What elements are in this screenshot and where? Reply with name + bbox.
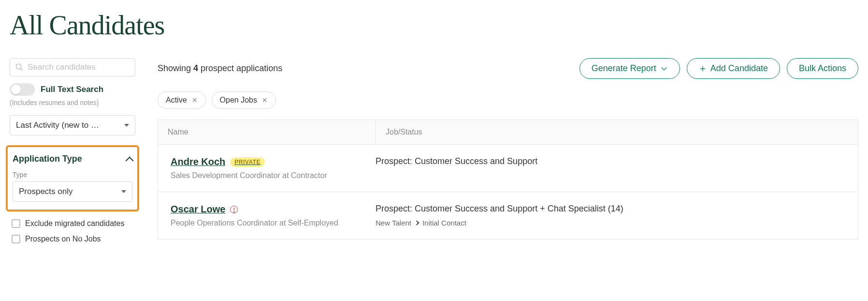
type-select-value: Prospects only: [19, 187, 73, 196]
application-type-header[interactable]: Application Type: [13, 154, 132, 164]
generate-report-label: Generate Report: [592, 63, 656, 74]
job-line: Prospect: Customer Success and Support +…: [376, 204, 848, 214]
table-header: Name Job/Status: [158, 120, 858, 145]
search-candidates-box[interactable]: [10, 58, 135, 76]
application-type-title: Application Type: [13, 154, 82, 164]
prospects-no-jobs-checkbox-row[interactable]: Prospects on No Jobs: [10, 235, 135, 243]
type-label: Type: [13, 171, 132, 179]
svg-point-0: [16, 64, 21, 69]
chevron-down-icon: [660, 65, 668, 73]
sort-select-value: Last Activity (new to …: [16, 120, 99, 130]
candidate-subtitle: People Operations Coordinator at Self-Em…: [171, 219, 363, 227]
showing-count: 4: [193, 63, 198, 73]
svg-line-1: [21, 69, 23, 71]
filter-chip-open-jobs[interactable]: Open Jobs ✕: [212, 91, 276, 109]
full-text-search-toggle[interactable]: [10, 83, 35, 96]
sidebar: Full Text Search (Includes resumes and n…: [10, 58, 135, 250]
private-badge: PRIVATE: [230, 157, 265, 167]
status-line: New Talent Initial Contact: [376, 219, 848, 227]
full-text-search-hint: (Includes resumes and notes): [10, 99, 135, 106]
table-row: Andre Koch PRIVATE Sales Development Coo…: [158, 145, 858, 192]
chip-label: Active: [166, 96, 187, 105]
plus-icon: [699, 65, 707, 73]
close-icon[interactable]: ✕: [192, 96, 198, 104]
prospects-no-jobs-label: Prospects on No Jobs: [25, 235, 101, 243]
bulk-actions-label: Bulk Actions: [799, 63, 846, 74]
candidate-name-link[interactable]: Andre Koch PRIVATE: [171, 156, 265, 167]
candidates-table: Name Job/Status Andre Koch PRIVATE Sales…: [158, 120, 858, 240]
full-text-search-label: Full Text Search: [41, 85, 103, 94]
search-icon: [15, 63, 24, 72]
type-select[interactable]: Prospects only: [13, 181, 132, 202]
checkbox-icon: [12, 219, 20, 228]
status-to: Initial Contact: [422, 219, 466, 227]
checkbox-icon: [12, 235, 20, 243]
exclude-migrated-checkbox-row[interactable]: Exclude migrated candidates: [10, 219, 135, 228]
chevron-up-icon: [126, 156, 134, 165]
chevron-right-icon: [414, 221, 419, 226]
candidate-name-text: Oscar Lowe: [171, 204, 225, 215]
main-content: Showing 4 prospect applications Generate…: [158, 58, 858, 240]
status-from: New Talent: [376, 219, 411, 227]
chip-label: Open Jobs: [220, 96, 257, 105]
candidate-subtitle: Sales Development Coordinator at Contrac…: [171, 171, 363, 180]
caret-down-icon: [121, 190, 126, 193]
search-input[interactable]: [28, 62, 130, 72]
filter-chip-active[interactable]: Active ✕: [158, 91, 206, 109]
candidate-name-link[interactable]: Oscar Lowe !: [171, 204, 238, 215]
showing-suffix: prospect applications: [198, 63, 282, 73]
add-candidate-label: Add Candidate: [710, 63, 768, 74]
candidate-name-text: Andre Koch: [171, 156, 225, 167]
add-candidate-button[interactable]: Add Candidate: [687, 58, 780, 79]
column-name: Name: [158, 120, 376, 144]
generate-report-button[interactable]: Generate Report: [579, 58, 680, 79]
close-icon[interactable]: ✕: [262, 96, 268, 104]
showing-text: Showing 4 prospect applications: [158, 63, 282, 74]
job-line: Prospect: Customer Success and Support: [376, 156, 848, 166]
table-row: Oscar Lowe ! People Operations Coordinat…: [158, 192, 858, 239]
bulk-actions-button[interactable]: Bulk Actions: [787, 58, 858, 79]
exclude-migrated-label: Exclude migrated candidates: [25, 219, 124, 228]
sort-select[interactable]: Last Activity (new to …: [10, 115, 135, 135]
showing-prefix: Showing: [158, 63, 193, 73]
page-title: All Candidates: [10, 10, 858, 41]
application-type-section: Application Type Type Prospects only: [6, 145, 139, 211]
column-job: Job/Status: [376, 120, 858, 144]
alert-icon: !: [230, 206, 238, 213]
caret-down-icon: [124, 124, 129, 127]
